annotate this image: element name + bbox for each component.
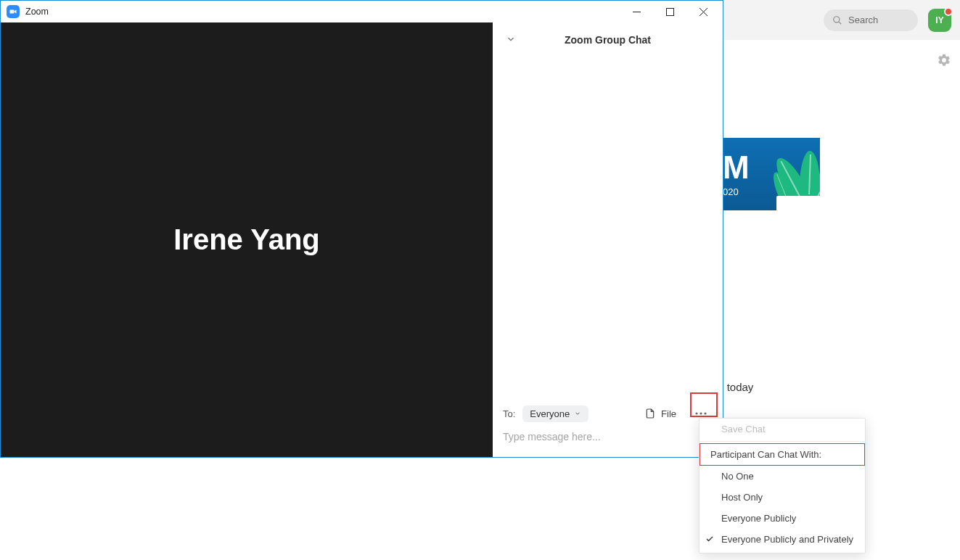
svg-line-1 [839, 22, 841, 24]
meeting-body: Irene Yang Zoom Group Chat To: Everyone [1, 22, 723, 457]
video-area: Irene Yang [1, 22, 493, 457]
avatar-initials: IY [935, 15, 943, 25]
svg-rect-2 [10, 10, 15, 14]
svg-point-9 [704, 412, 706, 414]
search-icon [832, 15, 842, 25]
chevron-down-icon[interactable] [506, 34, 516, 46]
search-placeholder: Search [848, 15, 878, 25]
zoom-meeting-window: Zoom Irene Yang Zoom Group Chat To: [0, 0, 723, 458]
menu-item-host-only[interactable]: Host Only [700, 487, 865, 508]
chat-more-dropdown: Save Chat Participant Can Chat With: No … [699, 418, 866, 553]
chat-to-row: To: Everyone File [503, 405, 713, 422]
menu-item-no-one[interactable]: No One [700, 466, 865, 487]
background-text-fragment: s today [718, 381, 753, 393]
title-bar: Zoom [1, 1, 723, 22]
chat-title: Zoom Group Chat [565, 34, 651, 46]
chat-panel: Zoom Group Chat To: Everyone File [493, 22, 723, 457]
ellipsis-icon [694, 412, 707, 415]
file-icon [644, 408, 656, 419]
message-input[interactable] [503, 427, 713, 447]
banner-big-letter: M [723, 152, 750, 184]
search-input[interactable]: Search [824, 9, 918, 31]
minimize-button[interactable] [620, 1, 653, 22]
menu-item-everyone-both[interactable]: Everyone Publicly and Privately [700, 529, 865, 550]
menu-divider [700, 441, 865, 442]
avatar[interactable]: IY [928, 9, 951, 32]
to-recipient-value: Everyone [530, 408, 570, 419]
file-label: File [661, 408, 676, 419]
menu-item-label: Everyone Publicly and Privately [721, 534, 853, 545]
window-title: Zoom [25, 7, 49, 17]
chat-messages-area [493, 57, 723, 399]
svg-point-0 [834, 16, 840, 22]
zoom-app-icon [7, 5, 20, 18]
chat-footer: To: Everyone File [493, 399, 723, 457]
svg-point-8 [700, 412, 702, 414]
window-controls [620, 1, 720, 22]
check-icon [705, 535, 714, 545]
background-banner-card: M 020 [718, 138, 820, 243]
file-button[interactable]: File [644, 408, 676, 419]
gear-icon [937, 53, 951, 67]
banner-graphic: M 020 [718, 138, 820, 210]
participant-name: Irene Yang [173, 223, 320, 256]
menu-section-header: Participant Can Chat With: [700, 443, 865, 466]
close-button[interactable] [686, 1, 720, 22]
svg-rect-4 [666, 8, 673, 15]
menu-item-everyone-public[interactable]: Everyone Publicly [700, 508, 865, 529]
chevron-down-icon [574, 410, 581, 417]
svg-point-7 [695, 412, 697, 414]
chat-header: Zoom Group Chat [493, 22, 723, 57]
menu-item-save-chat[interactable]: Save Chat [700, 419, 865, 440]
banner-date-fragment: 020 [723, 186, 739, 197]
to-recipient-select[interactable]: Everyone [522, 405, 588, 422]
to-label: To: [503, 408, 515, 419]
maximize-button[interactable] [653, 1, 686, 22]
